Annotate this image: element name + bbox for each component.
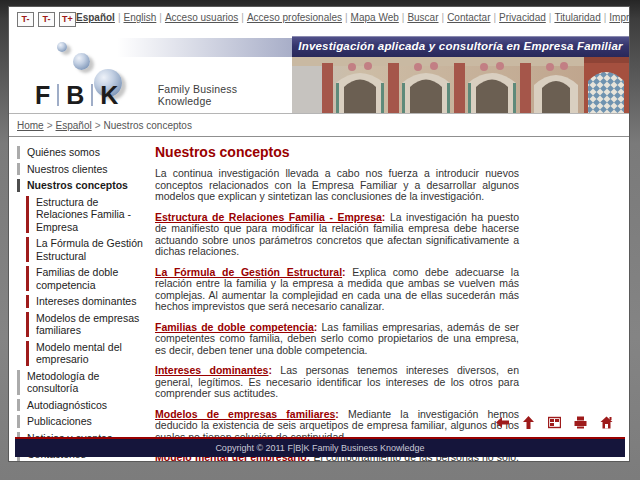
- breadcrumb-separator: >: [95, 120, 101, 131]
- section-familias-doble-competencia: Familias de doble competencia: Las famil…: [155, 322, 519, 357]
- fbk-logo[interactable]: F B K Family Business Knowledge: [35, 82, 292, 108]
- breadcrumb-current: Nuestros conceptos: [104, 120, 192, 131]
- footer-bar: Copyright © 2011 F|B|K Family Business K…: [15, 437, 625, 457]
- site-header: F B K Family Business Knowledge Investig…: [9, 36, 629, 114]
- sidebar-subitem-modelos-empresas[interactable]: Modelos de empresas familiares: [26, 312, 147, 337]
- section-heading-link[interactable]: Modelos de empresas familiares: [155, 408, 335, 420]
- section-heading-link[interactable]: Familias de doble competencia: [155, 321, 314, 333]
- sidebar-item-publicaciones[interactable]: Publicaciones: [17, 415, 147, 428]
- back-icon[interactable]: [496, 416, 509, 429]
- section-estructura-relaciones: Estructura de Relaciones Familia - Empre…: [155, 212, 519, 258]
- nav-link-acceso-profesionales[interactable]: Acceso profesionales: [247, 12, 342, 23]
- sidebar-item-autodiagnosticos[interactable]: Autodiagnósticos: [17, 399, 147, 412]
- sitemap-icon[interactable]: [548, 416, 561, 429]
- nav-separator: |: [549, 12, 552, 23]
- building-photo-illustration: [292, 57, 629, 113]
- sidebar-menu: Quiénes somos Nuestros clientes Nuestros…: [9, 137, 147, 462]
- nav-link-english[interactable]: English: [124, 12, 157, 23]
- heading-separator: :: [335, 408, 339, 420]
- nav-separator: |: [345, 12, 348, 23]
- breadcrumb-espanol[interactable]: Español: [56, 120, 92, 131]
- building-photo: [292, 57, 629, 113]
- section-heading-link[interactable]: Estructura de Relaciones Familia - Empre…: [155, 211, 382, 223]
- nav-link-mapa-web[interactable]: Mapa Web: [351, 12, 399, 23]
- nav-separator: |: [402, 12, 405, 23]
- scroll-top-icon[interactable]: [522, 416, 535, 429]
- section-formula-gestion: La Fórmula de Gestión Estructural: Expli…: [155, 267, 519, 313]
- font-normal-button[interactable]: T-: [38, 12, 55, 27]
- banner-title: Investigación aplicada y consultoría en …: [292, 36, 629, 57]
- nav-separator: |: [442, 12, 445, 23]
- font-smaller-button[interactable]: T-: [17, 12, 34, 27]
- font-size-controls: T- T- T+: [17, 12, 76, 27]
- sidebar-subitem-formula-gestion[interactable]: La Fórmula de Gestión Estructural: [26, 237, 147, 262]
- utility-nav: Español|English|Acceso usuarios|Acceso p…: [76, 12, 630, 23]
- sidebar-subitem-familias-doble-competencia[interactable]: Familias de doble competencia: [26, 266, 147, 291]
- logo-divider: [91, 84, 93, 106]
- page-container: T- T- T+ Español|English|Acceso usuarios…: [8, 6, 630, 462]
- home-icon[interactable]: [600, 416, 613, 429]
- intro-paragraph: La continua investigación llevada a cabo…: [155, 168, 519, 203]
- logo-tagline: Family Business Knowledge: [158, 83, 292, 107]
- logo-letter-f: F: [35, 82, 50, 108]
- logo-sphere-medium-icon: [73, 53, 90, 70]
- heading-separator: :: [314, 321, 318, 333]
- nav-link-privacidad[interactable]: Privacidad: [499, 12, 546, 23]
- logo-area: F B K Family Business Knowledge: [9, 36, 292, 113]
- section-heading-link[interactable]: Intereses dominantes: [155, 364, 268, 376]
- nav-link-espanol[interactable]: Español: [76, 12, 115, 23]
- sidebar-item-quienes-somos[interactable]: Quiénes somos: [17, 146, 147, 159]
- heading-separator: :: [382, 211, 386, 223]
- content-area: Nuestros conceptos La continua investiga…: [147, 137, 519, 462]
- nav-separator: |: [118, 12, 121, 23]
- font-larger-button[interactable]: T+: [59, 12, 76, 27]
- nav-separator: |: [604, 12, 607, 23]
- banner-area: Investigación aplicada y consultoría en …: [292, 36, 629, 113]
- nav-link-contactar[interactable]: Contactar: [447, 12, 490, 23]
- page-title: Nuestros conceptos: [155, 144, 519, 160]
- nav-separator: |: [493, 12, 496, 23]
- sidebar-item-nuestros-clientes[interactable]: Nuestros clientes: [17, 163, 147, 176]
- nav-separator: |: [159, 12, 162, 23]
- nav-link-buscar[interactable]: Buscar: [407, 12, 438, 23]
- heading-separator: :: [342, 266, 346, 278]
- logo-sphere-small-icon: [57, 42, 67, 52]
- logo-divider: [57, 84, 59, 106]
- top-bar: T- T- T+ Español|English|Acceso usuarios…: [9, 7, 629, 34]
- heading-separator: :: [268, 364, 272, 376]
- sidebar-subitem-estructura-relaciones[interactable]: Estructura de Relaciones Familia - Empre…: [26, 196, 147, 234]
- sidebar-item-metodologia[interactable]: Metodología de consultoría: [17, 370, 147, 395]
- print-icon[interactable]: [574, 416, 587, 429]
- copyright-text: Copyright © 2011 F|B|K Family Business K…: [215, 443, 424, 453]
- breadcrumb-home[interactable]: Home: [17, 120, 44, 131]
- nav-link-acceso-usuarios[interactable]: Acceso usuarios: [165, 12, 238, 23]
- main-area: Quiénes somos Nuestros clientes Nuestros…: [9, 137, 629, 462]
- section-heading-link[interactable]: La Fórmula de Gestión Estructural: [155, 266, 342, 278]
- breadcrumb: Home>Español>Nuestros conceptos: [9, 114, 629, 134]
- page-tools: [496, 416, 613, 429]
- header-gradient-strip: [117, 38, 292, 57]
- logo-letter-k: K: [100, 82, 118, 108]
- nav-separator: |: [241, 12, 244, 23]
- sidebar-subitem-modelo-mental[interactable]: Modelo mental del empresario: [26, 341, 147, 366]
- section-intereses-dominantes: Intereses dominantes: Las personas tenem…: [155, 365, 519, 400]
- nav-link-imprimir[interactable]: Imprimir: [609, 12, 630, 23]
- sidebar-subitem-intereses-dominantes[interactable]: Intereses dominantes: [26, 295, 147, 308]
- logo-letter-b: B: [66, 82, 84, 108]
- breadcrumb-separator: >: [47, 120, 53, 131]
- sidebar-item-nuestros-conceptos[interactable]: Nuestros conceptos: [17, 179, 147, 192]
- nav-link-titularidad[interactable]: Titularidad: [554, 12, 600, 23]
